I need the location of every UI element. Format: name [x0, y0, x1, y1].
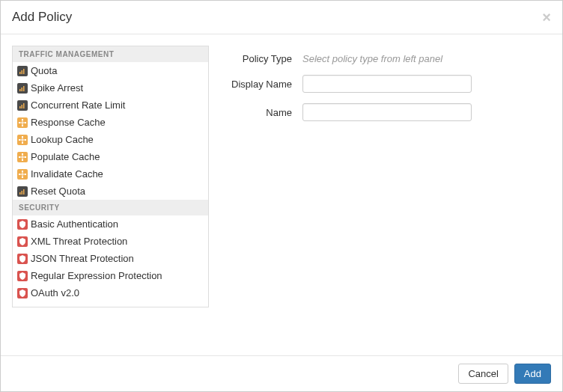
name-input[interactable] — [302, 103, 472, 121]
quota-icon — [17, 186, 28, 197]
close-icon[interactable]: × — [542, 10, 551, 25]
policy-item[interactable]: Concurrent Rate Limit — [13, 97, 208, 114]
svg-rect-1 — [22, 70, 23, 74]
svg-rect-17 — [25, 139, 26, 141]
svg-rect-33 — [19, 192, 21, 195]
policy-item-label: Quota — [31, 65, 57, 76]
policy-item[interactable]: Populate Cache — [13, 148, 208, 165]
svg-rect-6 — [19, 106, 21, 108]
modal-title: Add Policy — [12, 10, 72, 25]
svg-rect-9 — [22, 119, 23, 120]
policy-item[interactable]: Invalidate Cache — [13, 165, 208, 183]
svg-rect-2 — [23, 69, 25, 74]
cache-icon — [17, 117, 28, 128]
security-icon — [17, 219, 28, 230]
policy-item-label: Regular Expression Protection — [31, 270, 162, 281]
policy-item[interactable]: Response Cache — [13, 114, 208, 131]
svg-rect-28 — [19, 174, 20, 175]
add-button[interactable]: Add — [514, 364, 551, 384]
svg-rect-34 — [22, 191, 23, 195]
cancel-button[interactable]: Cancel — [458, 364, 508, 384]
security-icon — [17, 271, 28, 281]
svg-rect-8 — [23, 103, 25, 108]
policy-item-label: XML Threat Protection — [31, 236, 127, 247]
policy-item[interactable]: JSON Threat Protection — [13, 250, 208, 267]
svg-rect-20 — [20, 139, 25, 140]
name-row: Name — [220, 103, 536, 121]
policy-item-label: Invalidate Cache — [31, 168, 103, 180]
svg-rect-18 — [22, 142, 23, 144]
modal-body: TRAFFIC MANAGEMENTQuotaSpike ArrestConcu… — [1, 34, 562, 355]
svg-rect-11 — [25, 122, 26, 123]
svg-rect-29 — [25, 174, 26, 175]
policy-type-row: Policy Type Select policy type from left… — [220, 53, 536, 64]
display-name-label: Display Name — [220, 79, 302, 90]
quota-icon — [17, 100, 28, 111]
policy-item[interactable]: Spike Arrest — [13, 79, 208, 97]
svg-rect-14 — [20, 122, 25, 123]
svg-rect-7 — [22, 105, 23, 108]
policy-item[interactable]: Quota — [13, 62, 208, 79]
svg-rect-32 — [20, 174, 25, 174]
cache-icon — [17, 152, 28, 162]
policy-item[interactable]: OAuth v2.0 — [13, 284, 208, 301]
policy-item[interactable]: Reset Quota — [13, 183, 208, 200]
policy-item-label: Basic Authentication — [31, 218, 118, 230]
policy-item-label: OAuth v2.0 — [31, 287, 79, 298]
security-icon — [17, 288, 28, 298]
policy-form: Policy Type Select policy type from left… — [220, 46, 551, 344]
name-label: Name — [220, 107, 302, 118]
svg-rect-0 — [19, 72, 21, 74]
svg-rect-5 — [23, 86, 25, 91]
policy-item[interactable]: Lookup Cache — [13, 131, 208, 148]
policy-item-label: Populate Cache — [31, 151, 100, 162]
policy-type-list[interactable]: TRAFFIC MANAGEMENTQuotaSpike ArrestConcu… — [12, 46, 209, 307]
quota-icon — [17, 66, 28, 76]
svg-rect-21 — [22, 153, 23, 155]
section-header: SECURITY — [13, 200, 208, 215]
policy-item-label: Response Cache — [31, 117, 106, 128]
policy-item[interactable]: Regular Expression Protection — [13, 267, 208, 284]
svg-rect-12 — [22, 125, 23, 126]
svg-rect-22 — [19, 156, 20, 158]
cache-icon — [17, 135, 28, 145]
quota-icon — [17, 83, 28, 94]
svg-rect-26 — [20, 156, 25, 157]
cache-icon — [17, 169, 28, 180]
policy-item[interactable]: XML Threat Protection — [13, 233, 208, 250]
modal-footer: Cancel Add — [1, 355, 562, 391]
svg-rect-16 — [19, 139, 20, 141]
svg-rect-15 — [22, 136, 23, 138]
display-name-input[interactable] — [302, 75, 472, 93]
display-name-row: Display Name — [220, 75, 536, 93]
policy-type-value: Select policy type from left panel — [302, 53, 442, 64]
svg-rect-3 — [19, 89, 21, 91]
svg-rect-27 — [22, 171, 23, 172]
svg-rect-23 — [25, 156, 26, 158]
svg-rect-10 — [19, 122, 20, 123]
policy-type-label: Policy Type — [220, 53, 302, 64]
policy-item[interactable]: Basic Authentication — [13, 215, 208, 233]
svg-rect-35 — [23, 189, 25, 195]
policy-item-label: Lookup Cache — [31, 134, 94, 145]
policy-item-label: JSON Threat Protection — [31, 253, 134, 264]
policy-item-label: Concurrent Rate Limit — [31, 99, 125, 111]
svg-rect-30 — [22, 177, 23, 178]
security-icon — [17, 236, 28, 247]
svg-rect-24 — [22, 159, 23, 161]
policy-item-label: Reset Quota — [31, 186, 85, 197]
modal-header: Add Policy × — [1, 1, 562, 34]
policy-item-label: Spike Arrest — [31, 82, 83, 94]
svg-rect-4 — [22, 88, 23, 91]
section-header: TRAFFIC MANAGEMENT — [13, 46, 208, 62]
add-policy-modal: Add Policy × TRAFFIC MANAGEMENTQuotaSpik… — [0, 0, 563, 392]
security-icon — [17, 254, 28, 264]
